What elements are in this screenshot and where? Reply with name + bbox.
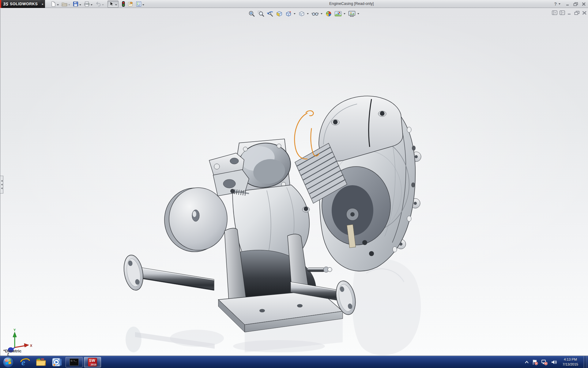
hide-show-items-button[interactable] [310, 10, 320, 18]
print-icon [84, 1, 90, 7]
network-disconnected-icon[interactable] [541, 359, 548, 365]
windows-explorer-button[interactable] [33, 356, 49, 368]
media-player-icon [52, 357, 62, 367]
open-document-icon [61, 1, 68, 7]
display-style-button[interactable] [297, 10, 306, 18]
save-button[interactable] [72, 1, 82, 8]
help-dropdown-arrow[interactable] [559, 3, 560, 5]
triad-y-label: Y [13, 328, 16, 332]
show-desktop-button[interactable] [584, 356, 587, 368]
action-center-flag-icon[interactable] [532, 359, 538, 365]
menu-flyout-arrow[interactable]: ▸ [40, 0, 45, 8]
file-properties-button[interactable] [127, 1, 134, 8]
print-button[interactable] [83, 1, 94, 8]
mount-bracket[interactable] [209, 153, 249, 196]
open-document-button[interactable] [61, 1, 71, 8]
rebuild-button[interactable] [121, 1, 126, 8]
edit-appearance-button[interactable] [324, 10, 333, 18]
heads-up-view-toolbar [247, 10, 361, 18]
view-settings-dropdown[interactable] [357, 10, 360, 18]
solidworks-2015-button[interactable]: SW 2015 [84, 357, 101, 367]
system-tray: 4:13 PM 7/13/2015 [525, 356, 588, 368]
display-style-icon [298, 10, 305, 17]
edit-appearance-icon [325, 10, 332, 17]
section-view-icon [276, 10, 283, 17]
view-settings-button[interactable] [347, 10, 357, 18]
internet-explorer-button[interactable]: e [17, 356, 33, 368]
view-settings-icon [348, 10, 356, 17]
select-button[interactable] [107, 1, 119, 8]
graphics-area[interactable]: Y X Z *Dimetric [0, 8, 588, 356]
quick-access-toolbar [50, 0, 146, 8]
triad-x-label: X [30, 344, 32, 347]
pane-collapse-button[interactable] [552, 10, 557, 15]
brand-name: SOLIDWORKS [10, 2, 38, 6]
section-view-button[interactable] [275, 10, 284, 18]
doc-close-button[interactable] [582, 11, 587, 15]
hide-show-items-dropdown[interactable] [320, 10, 323, 18]
media-player-button[interactable] [49, 356, 65, 368]
solidworks-logo: 3S SOLIDWORKS [0, 0, 40, 8]
previous-view-button[interactable] [266, 10, 275, 18]
view-orientation-icon [285, 10, 292, 17]
taskbar: e C:\_ SW [0, 356, 588, 368]
command-prompt-icon: C:\_ [70, 358, 79, 366]
display-style-dropdown[interactable] [306, 10, 309, 18]
titlebar: 3S SOLIDWORKS ▸ [0, 0, 588, 8]
rebuild-stoplight-icon [121, 1, 126, 7]
zoom-to-area-icon [257, 10, 265, 17]
previous-view-icon [266, 10, 274, 17]
acorn-nut-pin[interactable] [307, 267, 332, 272]
taskbar-left: e C:\_ SW [0, 356, 102, 368]
collapse-arrow-icon [1, 187, 2, 189]
brand-mark: 3S [3, 2, 8, 6]
solidworks-icon: SW 2015 [88, 358, 97, 366]
internet-explorer-icon: e [20, 357, 30, 367]
left-mount-shaft[interactable] [121, 254, 214, 292]
save-icon [73, 1, 79, 7]
zoom-to-fit-button[interactable] [247, 10, 256, 18]
minimize-icon [566, 2, 570, 6]
close-button[interactable] [581, 1, 587, 7]
apply-scene-icon [334, 10, 342, 17]
clock-time: 4:13 PM [563, 357, 578, 362]
pane-expand-button[interactable] [560, 10, 565, 15]
doc-minimize-button[interactable] [567, 11, 572, 15]
undo-button[interactable] [94, 1, 105, 8]
start-button[interactable] [2, 356, 15, 368]
view-orientation-label: *Dimetric [3, 349, 21, 353]
zoom-to-area-button[interactable] [256, 10, 266, 18]
view-orientation-button[interactable] [284, 10, 293, 18]
hide-show-items-icon [311, 10, 319, 17]
flywheel-disc[interactable] [164, 188, 227, 252]
volume-icon[interactable] [551, 359, 557, 365]
collapse-arrow-icon [1, 180, 2, 182]
options-list-icon [136, 1, 142, 7]
show-hidden-icons-button[interactable] [525, 361, 529, 364]
view-orientation-dropdown[interactable] [293, 10, 296, 18]
window-title: EngineCasing [Read-only] [329, 2, 374, 6]
restore-icon [573, 2, 578, 6]
collapse-arrow-icon [1, 184, 2, 186]
apply-scene-dropdown[interactable] [343, 10, 346, 18]
select-cursor-icon [108, 1, 115, 7]
minimize-button[interactable] [565, 1, 571, 7]
options-button[interactable] [135, 1, 145, 8]
doc-restore-button[interactable] [574, 11, 580, 15]
engine-casing-model[interactable] [107, 83, 450, 356]
new-document-icon [50, 1, 56, 7]
restore-button[interactable] [573, 1, 579, 7]
titlebar-controls: ? [554, 0, 587, 8]
document-window-controls [552, 10, 587, 15]
undo-icon [95, 1, 101, 7]
clock-date: 7/13/2015 [563, 362, 578, 367]
file-properties-icon [127, 1, 134, 7]
apply-scene-button[interactable] [333, 10, 343, 18]
clock[interactable]: 4:13 PM 7/13/2015 [560, 357, 581, 367]
featuremanager-collapsed-tab[interactable] [0, 176, 3, 194]
zoom-to-fit-icon [248, 10, 255, 17]
close-icon [582, 2, 586, 6]
command-prompt-button[interactable]: C:\_ [66, 357, 83, 367]
help-button[interactable]: ? [554, 2, 557, 6]
new-document-button[interactable] [50, 1, 60, 8]
